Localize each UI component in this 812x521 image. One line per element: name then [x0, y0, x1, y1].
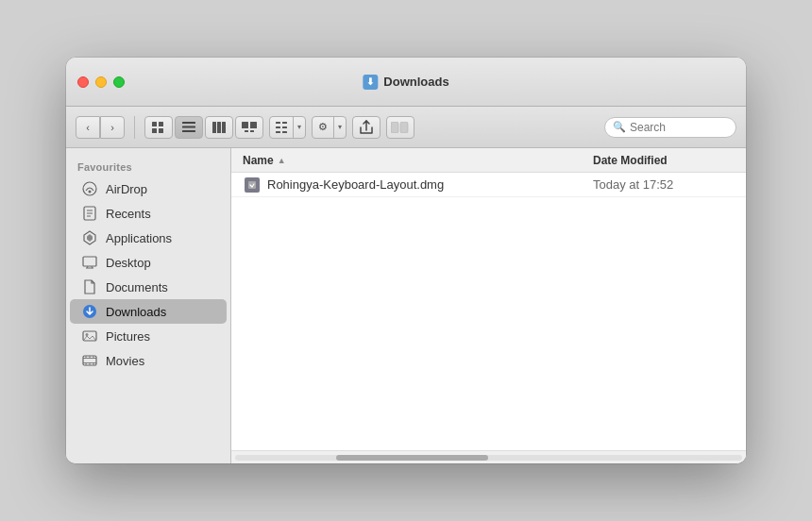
name-column-header[interactable]: Name ▲: [243, 154, 593, 167]
action-arrow[interactable]: ▾: [334, 117, 346, 138]
close-button[interactable]: [77, 76, 89, 88]
svg-point-23: [89, 191, 92, 193]
sidebar-item-applications-label: Applications: [106, 231, 172, 245]
sidebar-item-downloads[interactable]: Downloads: [70, 299, 227, 324]
svg-rect-16: [276, 126, 280, 128]
action-main[interactable]: ⚙: [313, 117, 334, 138]
svg-rect-44: [248, 181, 256, 189]
svg-rect-12: [245, 130, 248, 132]
scrollbar-area: [231, 450, 746, 463]
documents-icon: [81, 278, 98, 295]
movies-icon: [81, 352, 98, 369]
desktop-icon: [81, 254, 98, 271]
sidebar: Favourites AirDrop: [66, 148, 231, 463]
svg-rect-17: [282, 126, 287, 128]
svg-rect-13: [250, 130, 254, 132]
svg-rect-11: [250, 122, 257, 128]
toolbar: ‹ ›: [66, 107, 746, 148]
finder-window: ⬇ Downloads ‹ ›: [66, 58, 746, 463]
sort-arrow: ▲: [278, 156, 286, 165]
svg-rect-2: [152, 128, 157, 133]
list-view-button[interactable]: [175, 116, 203, 139]
file-name: Rohingya-Keyboard-Layout.dmg: [267, 177, 593, 192]
sidebar-item-recents-label: Recents: [106, 207, 151, 221]
svg-rect-18: [276, 131, 280, 133]
maximize-button[interactable]: [113, 76, 125, 88]
search-input[interactable]: [630, 121, 728, 134]
sidebar-section-label: Favourites: [66, 158, 230, 176]
sidebar-item-applications[interactable]: Applications: [70, 226, 227, 250]
svg-rect-9: [222, 122, 226, 133]
sidebar-item-desktop[interactable]: Desktop: [70, 250, 227, 275]
group-by-main[interactable]: [270, 117, 294, 138]
svg-rect-19: [282, 131, 287, 133]
sidebar-item-airdrop[interactable]: AirDrop: [70, 176, 227, 201]
sidebar-item-movies[interactable]: Movies: [70, 348, 227, 373]
sidebar-item-documents-label: Documents: [106, 280, 168, 294]
search-box[interactable]: 🔍: [604, 117, 736, 138]
titlebar: ⬇ Downloads: [66, 58, 746, 107]
action-button[interactable]: ⚙ ▾: [312, 116, 347, 139]
svg-rect-0: [152, 122, 157, 126]
svg-rect-20: [391, 122, 398, 133]
nav-buttons: ‹ ›: [76, 116, 125, 139]
downloads-icon: [81, 303, 98, 320]
column-view-button[interactable]: [205, 116, 233, 139]
file-list: Rohingya-Keyboard-Layout.dmg Today at 17…: [231, 173, 746, 450]
file-pane: Name ▲ Date Modified Rohing: [231, 148, 746, 463]
file-icon: [243, 177, 262, 193]
table-row[interactable]: Rohingya-Keyboard-Layout.dmg Today at 17…: [231, 173, 746, 197]
airdrop-icon: [81, 180, 98, 197]
applications-icon: [81, 229, 98, 246]
svg-rect-8: [217, 122, 221, 133]
svg-rect-4: [182, 122, 195, 124]
svg-rect-7: [212, 122, 216, 133]
window-title: Downloads: [383, 75, 448, 89]
svg-rect-14: [276, 122, 280, 124]
forward-button[interactable]: ›: [100, 116, 125, 139]
sidebar-item-pictures-label: Pictures: [106, 329, 150, 344]
downloads-folder-icon: ⬇: [363, 75, 378, 90]
svg-rect-3: [159, 128, 163, 133]
window-title-area: ⬇ Downloads: [363, 75, 448, 90]
scrollbar-thumb[interactable]: [336, 455, 488, 461]
svg-rect-21: [400, 122, 408, 133]
column-headers: Name ▲ Date Modified: [231, 148, 746, 173]
sidebar-item-downloads-label: Downloads: [106, 305, 166, 319]
share-button[interactable]: [352, 116, 381, 139]
sidebar-item-movies-label: Movies: [106, 354, 144, 368]
view-buttons: [144, 116, 263, 139]
icon-view-button[interactable]: [144, 116, 173, 139]
traffic-lights: [77, 76, 125, 88]
svg-rect-28: [83, 257, 96, 266]
gallery-view-button[interactable]: [235, 116, 263, 139]
dmg-icon: [245, 177, 260, 193]
back-button[interactable]: ‹: [76, 116, 100, 139]
svg-rect-1: [159, 122, 163, 126]
sidebar-item-documents[interactable]: Documents: [70, 275, 227, 299]
svg-rect-6: [182, 130, 195, 132]
svg-rect-10: [242, 122, 248, 128]
pictures-icon: [81, 328, 98, 345]
main-content: Favourites AirDrop: [66, 148, 746, 463]
scrollbar-track[interactable]: [235, 455, 742, 461]
svg-rect-15: [282, 122, 287, 124]
minimize-button[interactable]: [95, 76, 107, 88]
svg-rect-5: [182, 126, 195, 128]
sidebar-item-pictures[interactable]: Pictures: [70, 324, 227, 348]
sidebar-item-airdrop-label: AirDrop: [106, 182, 147, 196]
search-icon: 🔍: [613, 121, 626, 133]
recents-icon: [81, 205, 98, 222]
separator-1: [134, 116, 135, 139]
group-by-arrow[interactable]: ▾: [294, 117, 305, 138]
modified-column-header[interactable]: Date Modified: [593, 154, 735, 167]
tag-button[interactable]: [386, 116, 414, 139]
sidebar-item-desktop-label: Desktop: [106, 256, 151, 270]
svg-point-22: [83, 182, 96, 195]
sidebar-item-recents[interactable]: Recents: [70, 201, 227, 226]
file-modified: Today at 17:52: [593, 177, 735, 192]
group-by-button[interactable]: ▾: [269, 116, 306, 139]
